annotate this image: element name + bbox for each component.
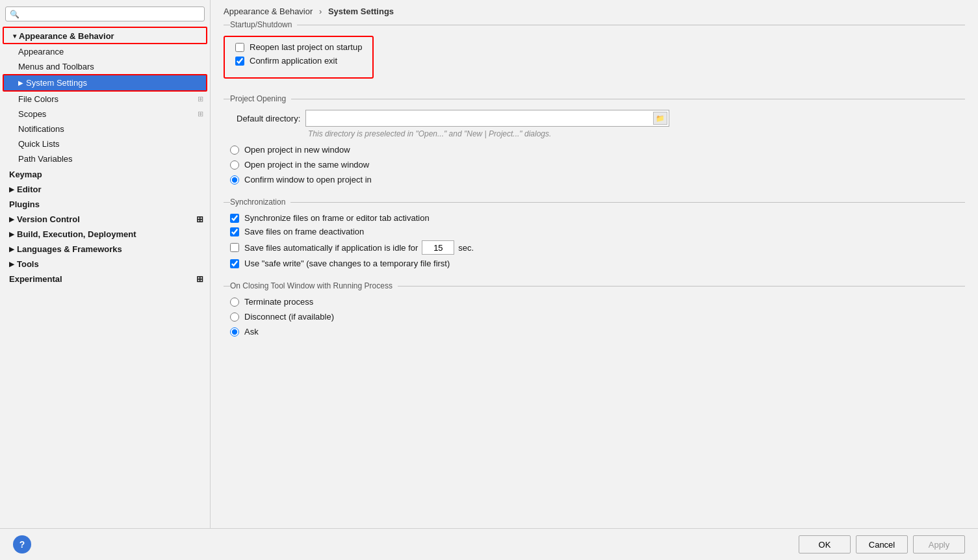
sidebar-group-version-control[interactable]: ▶ Version Control ⊞: [0, 211, 210, 226]
ask-label: Ask: [244, 327, 259, 337]
sidebar-group-editor[interactable]: ▶ Editor: [0, 181, 210, 196]
breadcrumb-part1: Appearance & Behavior: [224, 6, 313, 16]
startup-section: Startup/Shutdown Reopen last project on …: [224, 20, 965, 81]
ask-row: Ask: [230, 327, 965, 337]
synchronization-section: Synchronization Synchronize files on fra…: [224, 197, 965, 268]
project-opening-section: Project Opening Default directory: 📁: [224, 94, 965, 185]
apply-button[interactable]: Apply: [913, 535, 965, 554]
ok-button[interactable]: OK: [799, 535, 851, 554]
sync-section-title: Synchronization: [230, 197, 285, 207]
sidebar-item-appearance[interactable]: Appearance: [0, 44, 210, 59]
sidebar-item-file-colors[interactable]: File Colors ⊞: [0, 92, 210, 107]
sidebar-group-experimental[interactable]: Experimental ⊞: [0, 271, 210, 286]
confirm-exit-row: Confirm application exit: [235, 56, 362, 66]
startup-section-title: Startup/Shutdown: [230, 20, 292, 29]
sidebar-group-label: Appearance & Behavior: [19, 31, 114, 41]
sidebar-item-label: Notifications: [18, 124, 64, 134]
browse-folder-button[interactable]: 📁: [653, 112, 667, 125]
terminate-process-radio[interactable]: [230, 298, 239, 307]
search-input[interactable]: [22, 9, 200, 19]
sidebar-group-label: Keymap: [9, 170, 42, 179]
dialog-footer: ? OK Cancel Apply: [0, 528, 978, 560]
sidebar-item-quick-lists[interactable]: Quick Lists: [0, 136, 210, 151]
copy-icon: ⊞: [196, 274, 203, 284]
sidebar-group-plugins[interactable]: Plugins: [0, 196, 210, 211]
sidebar-group-languages-frameworks[interactable]: ▶ Languages & Frameworks: [0, 241, 210, 256]
section-line-right: [398, 286, 965, 286]
sidebar-item-notifications[interactable]: Notifications: [0, 121, 210, 136]
save-idle-label: Save files automatically if application …: [244, 243, 418, 253]
sidebar-group-label: Editor: [17, 185, 42, 194]
sidebar-item-system-settings[interactable]: ▶ System Settings: [4, 75, 206, 90]
sidebar-item-label: File Colors: [18, 94, 58, 104]
settings-panel: Startup/Shutdown Reopen last project on …: [211, 20, 978, 528]
sidebar-group-appearance-behavior[interactable]: ▾ Appearance & Behavior: [4, 28, 206, 43]
sync-files-row: Synchronize files on frame or editor tab…: [230, 213, 965, 223]
open-new-window-radio[interactable]: [230, 146, 239, 155]
cancel-button[interactable]: Cancel: [856, 535, 908, 554]
save-idle-row: Save files automatically if application …: [230, 240, 965, 255]
copy-icon: ⊞: [196, 214, 203, 224]
save-idle-checkbox[interactable]: [230, 243, 239, 252]
dialog-body: 🔍 ▾ Appearance & Behavior Appearance Men…: [0, 0, 978, 528]
expand-arrow-icon: ▾: [13, 32, 16, 40]
confirm-window-radio[interactable]: [230, 175, 239, 185]
sync-files-checkbox[interactable]: [230, 214, 239, 223]
project-opening-header: Project Opening: [224, 94, 965, 103]
open-same-window-radio[interactable]: [230, 160, 239, 170]
expand-arrow-icon: ▶: [9, 231, 14, 238]
confirm-window-label: Confirm window to open project in: [244, 175, 372, 185]
project-opening-content: Default directory: 📁 This directory is p…: [224, 110, 965, 185]
copy-icon: ⊞: [198, 110, 203, 118]
search-bar[interactable]: 🔍: [5, 6, 205, 21]
sidebar-group-keymap[interactable]: Keymap: [0, 166, 210, 181]
expand-arrow-icon: ▶: [9, 246, 14, 253]
sidebar-item-label: Quick Lists: [18, 139, 60, 149]
sidebar-item-menus-toolbars[interactable]: Menus and Toolbars: [0, 59, 210, 74]
disconnect-radio[interactable]: [230, 312, 239, 322]
confirm-exit-checkbox[interactable]: [235, 57, 244, 66]
default-directory-hint: This directory is preselected in "Open..…: [308, 129, 965, 138]
save-deactivation-label: Save files on frame deactivation: [244, 227, 364, 236]
disconnect-row: Disconnect (if available): [230, 312, 965, 322]
section-line-left: [224, 286, 230, 286]
section-line-left: [224, 202, 230, 203]
settings-dialog: 🔍 ▾ Appearance & Behavior Appearance Men…: [0, 0, 978, 560]
main-content: Appearance & Behavior › System Settings …: [211, 0, 978, 528]
confirm-exit-label: Confirm application exit: [250, 56, 337, 66]
reopen-last-project-checkbox[interactable]: [235, 43, 244, 52]
save-deactivation-row: Save files on frame deactivation: [230, 227, 965, 236]
expand-arrow-icon: ▶: [9, 261, 14, 268]
sidebar-item-path-variables[interactable]: Path Variables: [0, 151, 210, 166]
reopen-last-project-label: Reopen last project on startup: [250, 42, 362, 52]
section-line-right: [291, 99, 965, 99]
sidebar-group-label: Tools: [17, 259, 39, 269]
sidebar-group-label: Experimental: [9, 274, 62, 284]
save-deactivation-checkbox[interactable]: [230, 227, 239, 236]
save-idle-unit: sec.: [458, 243, 474, 253]
copy-icon: ⊞: [198, 95, 203, 103]
section-line-left: [224, 99, 230, 99]
save-idle-number-input[interactable]: [422, 240, 454, 255]
chevron-right-icon: ▶: [18, 79, 23, 86]
section-line-right: [297, 25, 965, 25]
default-directory-input-wrapper: 📁: [305, 110, 669, 127]
sidebar-group-tools[interactable]: ▶ Tools: [0, 256, 210, 271]
default-directory-label: Default directory:: [237, 114, 300, 123]
safe-write-checkbox[interactable]: [230, 259, 239, 268]
sync-section-content: Synchronize files on frame or editor tab…: [224, 213, 965, 268]
safe-write-label: Use "safe write" (save changes to a temp…: [244, 259, 450, 268]
breadcrumb: Appearance & Behavior › System Settings: [211, 0, 978, 20]
sidebar-group-label: Plugins: [9, 199, 40, 209]
sidebar-group-label: Languages & Frameworks: [17, 244, 122, 254]
reopen-last-project-row: Reopen last project on startup: [235, 42, 362, 52]
sidebar-group-build-execution[interactable]: ▶ Build, Execution, Deployment: [0, 226, 210, 241]
sync-section-header: Synchronization: [224, 197, 965, 207]
help-button[interactable]: ?: [13, 535, 31, 554]
sidebar-group-label: Version Control: [17, 214, 80, 224]
startup-section-header: Startup/Shutdown: [224, 20, 965, 29]
ask-radio[interactable]: [230, 327, 239, 337]
sidebar-item-scopes[interactable]: Scopes ⊞: [0, 107, 210, 121]
default-directory-input[interactable]: [306, 110, 669, 126]
breadcrumb-current: System Settings: [328, 6, 394, 16]
